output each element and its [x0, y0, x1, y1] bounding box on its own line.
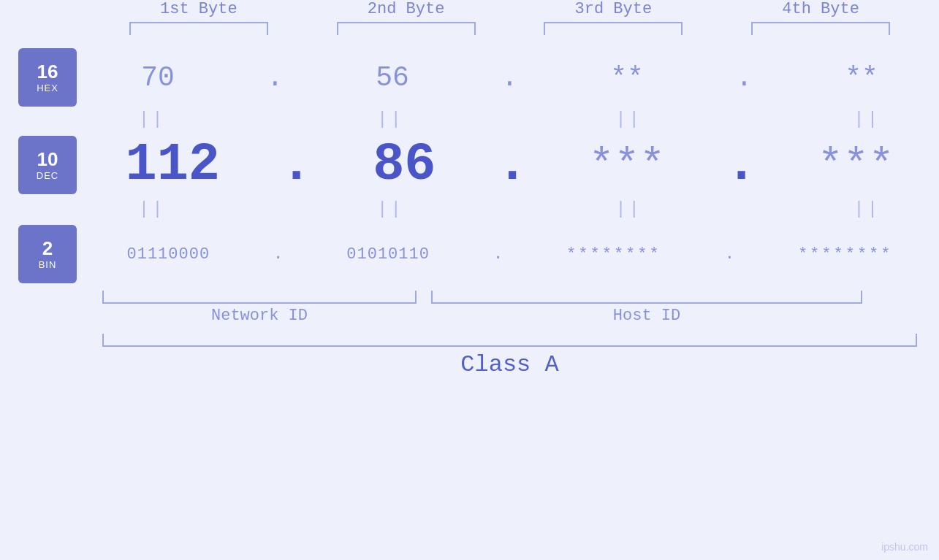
- hex-badge: 16 HEX: [18, 48, 77, 107]
- bin-badge-number: 2: [42, 238, 53, 259]
- hex-dot-3: .: [736, 62, 753, 93]
- eq2-b4: ||: [854, 199, 881, 219]
- byte-label-4: 4th Byte: [740, 0, 901, 18]
- bin-dot-1: .: [273, 245, 283, 264]
- dec-badge-number: 10: [37, 149, 58, 170]
- eq1-b4: ||: [854, 110, 881, 129]
- equals-row-1: || || || ||: [0, 110, 939, 129]
- dec-dot-1: .: [281, 135, 312, 195]
- hex-badge-label: HEX: [37, 83, 58, 93]
- dec-dot-3: .: [726, 135, 757, 195]
- dec-b2: 86: [373, 135, 436, 195]
- class-bracket-row: [0, 334, 939, 347]
- class-bracket: [102, 334, 917, 347]
- byte-labels-row: 1st Byte 2nd Byte 3rd Byte 4th Byte: [95, 0, 939, 18]
- hex-dot-1: .: [267, 62, 284, 93]
- network-bracket: [102, 291, 417, 304]
- dec-b1: 112: [125, 135, 220, 195]
- hex-badge-number: 16: [37, 61, 58, 83]
- dec-dot-2: .: [496, 135, 528, 195]
- top-bracket-3: [544, 22, 683, 35]
- network-id-label: Network ID: [102, 307, 417, 325]
- bin-b2: 01010110: [346, 245, 430, 264]
- eq2-b2: ||: [377, 199, 404, 219]
- bin-b4: ********: [798, 245, 893, 264]
- bin-badge: 2 BIN: [18, 225, 77, 283]
- header-row: 1st Byte 2nd Byte 3rd Byte 4th Byte: [0, 0, 939, 18]
- bin-dot-3: .: [725, 245, 734, 264]
- byte-label-3: 3rd Byte: [533, 0, 693, 18]
- class-label-row: Class A: [0, 351, 939, 378]
- top-bracket-1: [129, 22, 268, 35]
- dec-row: 10 DEC 112 . 86 . *** . ***: [0, 135, 939, 195]
- host-bracket: [431, 291, 862, 304]
- eq1-b1: ||: [139, 110, 166, 129]
- class-label: Class A: [102, 351, 917, 378]
- bin-b3: ********: [566, 245, 661, 264]
- equals-row-2: || || || ||: [0, 199, 939, 219]
- dec-badge-label: DEC: [37, 170, 58, 181]
- byte-label-2: 2nd Byte: [326, 0, 487, 18]
- host-id-label: Host ID: [431, 307, 862, 325]
- eq1-b2: ||: [377, 110, 404, 129]
- hex-b4: **: [845, 62, 878, 93]
- dec-b3: ***: [589, 142, 665, 189]
- hex-row: 16 HEX 70 . 56 . ** . **: [0, 48, 939, 107]
- eq2-b1: ||: [139, 199, 166, 219]
- dec-b4: ***: [818, 142, 894, 189]
- hex-b3: **: [610, 62, 644, 93]
- net-host-labels-row: Network ID Host ID: [0, 307, 939, 325]
- dec-badge: 10 DEC: [18, 136, 77, 194]
- watermark: ipshu.com: [881, 541, 928, 553]
- top-bracket-4: [751, 22, 890, 35]
- top-brackets-row: [0, 18, 939, 35]
- hex-b2: 56: [376, 62, 409, 93]
- top-bracket-2: [337, 22, 476, 35]
- bin-badge-label: BIN: [39, 259, 57, 270]
- bin-row: 2 BIN 01110000 . 01010110 . ******** . *…: [0, 225, 939, 283]
- hex-dot-2: .: [501, 62, 518, 93]
- eq1-b3: ||: [615, 110, 642, 129]
- byte-label-1: 1st Byte: [118, 0, 279, 18]
- bottom-brackets-row: [0, 291, 939, 304]
- bin-dot-2: .: [493, 245, 503, 264]
- page-container: 1st Byte 2nd Byte 3rd Byte 4th Byte 16 H…: [0, 0, 939, 560]
- bin-b1: 01110000: [126, 245, 210, 264]
- hex-b1: 70: [141, 62, 175, 93]
- eq2-b3: ||: [615, 199, 642, 219]
